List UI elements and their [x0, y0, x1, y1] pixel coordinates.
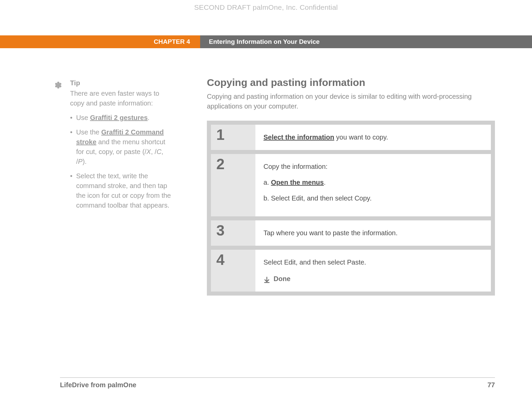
tip-b2-p: P: [78, 158, 83, 165]
step-1-body: Select the information you want to copy.: [255, 125, 491, 150]
chapter-header-orange: CHAPTER 4: [0, 35, 200, 48]
tip-star-icon: ✽: [55, 79, 62, 92]
step-4: 4 Select Edit, and then select Paste. Do…: [211, 250, 491, 292]
tip-b1-pre: Use: [76, 114, 90, 121]
step-2-number: 2: [211, 154, 255, 216]
tip-bullet-1: Use Graffiti 2 gestures.: [70, 113, 171, 123]
section-title: Copying and pasting information: [207, 77, 365, 88]
step-2-body: Copy the information: a. Open the menus.…: [255, 154, 491, 216]
step-2-line: Copy the information:: [263, 161, 483, 172]
footer-page-number: 77: [488, 381, 495, 389]
tip-b2-sep1: , /: [151, 148, 157, 155]
page-footer: LifeDrive from palmOne 77: [60, 377, 495, 389]
step-4-body: Select Edit, and then select Paste. Done: [255, 250, 491, 292]
step-4-number: 4: [211, 250, 255, 292]
tip-b2-x: X: [147, 148, 151, 155]
step-3-text: Tap where you want to paste the informat…: [263, 229, 398, 237]
tip-b2-post2: ).: [83, 158, 87, 165]
steps-frame: 1 Select the information you want to cop…: [207, 121, 495, 296]
step-3-number: 3: [211, 220, 255, 246]
done-label: Done: [274, 274, 290, 284]
step-1-link[interactable]: Select the information: [263, 133, 334, 141]
chapter-header-row: CHAPTER 4 Entering Information on Your D…: [0, 35, 532, 48]
step-2-a-link[interactable]: Open the menus: [271, 179, 324, 186]
step-2-a: a. Open the menus.: [263, 177, 483, 188]
footer-product: LifeDrive from palmOne: [60, 381, 136, 389]
watermark-text: SECOND DRAFT palmOne, Inc. Confidential: [0, 3, 532, 11]
done-arrow-icon: [263, 276, 270, 282]
tip-bullet-2: Use the Graffiti 2 Command stroke and th…: [70, 127, 171, 166]
step-2-sublist: a. Open the menus. b. Select Edit, and t…: [263, 177, 483, 204]
tip-bullet-list: Use Graffiti 2 gestures. Use the Graffit…: [70, 113, 171, 210]
step-1-post: you want to copy.: [334, 133, 388, 141]
step-2-b-label: b.: [263, 194, 271, 202]
tip-bullet-3: Select the text, write the command strok…: [70, 171, 171, 210]
step-3-body: Tap where you want to paste the informat…: [255, 220, 491, 246]
tip-intro: There are even faster ways to copy and p…: [70, 89, 171, 108]
chapter-header-gray: Entering Information on Your Device: [200, 35, 532, 48]
step-2: 2 Copy the information: a. Open the menu…: [211, 154, 491, 216]
step-2-a-label: a.: [263, 179, 271, 186]
tip-heading: Tip: [70, 78, 171, 88]
tip-b2-c: C: [157, 148, 161, 155]
step-2-b-text: Select Edit, and then select Copy.: [271, 194, 372, 202]
step-1: 1 Select the information you want to cop…: [211, 125, 491, 150]
tip-b2-pre: Use the: [76, 128, 101, 136]
chapter-title: Entering Information on Your Device: [209, 35, 320, 48]
step-2-b: b. Select Edit, and then select Copy.: [263, 193, 483, 204]
step-3: 3 Tap where you want to paste the inform…: [211, 220, 491, 246]
chapter-label: CHAPTER 4: [154, 35, 190, 48]
done-row: Done: [263, 274, 483, 284]
section-intro: Copying and pasting information on your …: [207, 92, 495, 111]
step-1-number: 1: [211, 125, 255, 150]
step-2-a-post: .: [324, 179, 326, 186]
tip-b1-link[interactable]: Graffiti 2 gestures: [90, 114, 148, 121]
tip-sidebar: ✽ Tip There are even faster ways to copy…: [60, 78, 171, 215]
tip-b1-post: .: [148, 114, 150, 121]
step-4-text: Select Edit, and then select Paste.: [263, 257, 483, 268]
